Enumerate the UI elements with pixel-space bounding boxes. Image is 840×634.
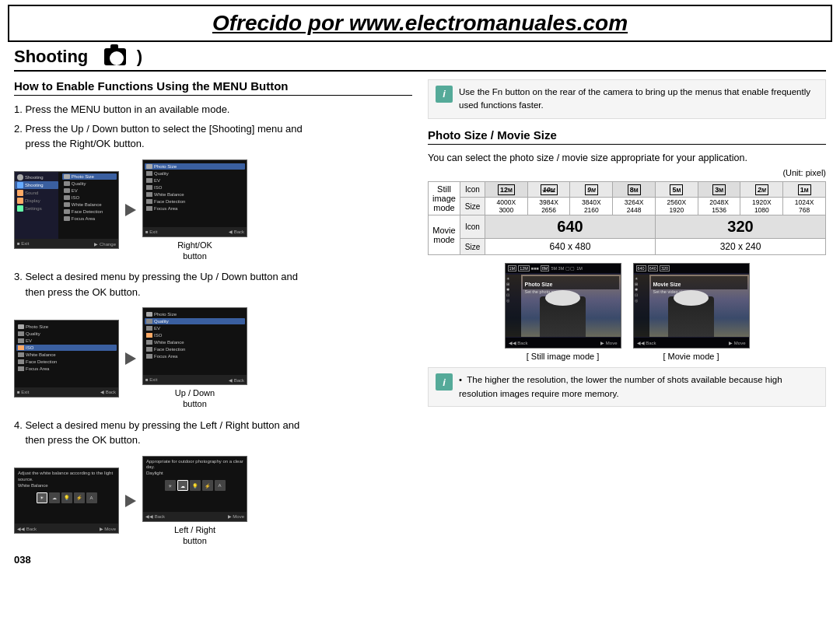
still-caption: [ Still image mode ] xyxy=(527,352,600,361)
still-size-row: Size 4000X3000 3984X2656 3840X2160 3264X… xyxy=(429,198,826,215)
size-table: Stillimagemode Icon 12M 10M 9M xyxy=(428,181,826,255)
step4-screen2: Appropriate for outdoor photography on a… xyxy=(142,456,247,522)
step4-label-group: Appropriate for outdoor photography on a… xyxy=(142,456,247,547)
left-col: How to Enable Functions Using the MENU B… xyxy=(14,79,412,566)
page-title: Shooting ) xyxy=(14,47,826,72)
step3-screen1: Photo Size Quality EV xyxy=(14,320,119,398)
still-size-label: Size xyxy=(460,198,485,215)
size-2560: 2560X1920 xyxy=(655,198,698,215)
note1-box: i Use the Fn button on the rear of the c… xyxy=(428,79,826,119)
header-banner: Ofrecido por www.electromanuales.com xyxy=(8,5,832,42)
page-content: Shooting ) How to Enable Functions Using… xyxy=(0,47,840,573)
movie-size-320: 320 x 240 xyxy=(655,239,825,255)
size-3840: 3840X2160 xyxy=(570,198,613,215)
step4-arrow xyxy=(125,495,136,507)
steps-list: 1. Press the MENU button in an available… xyxy=(14,102,412,152)
step-3: 3. Select a desired menu by pressing the… xyxy=(14,269,412,299)
step-4: 4. Select a desired menu by pressing the… xyxy=(14,418,412,448)
step4-screen1: Adjust the white balance according to th… xyxy=(14,468,119,534)
size-4000: 4000X3000 xyxy=(485,198,527,215)
unit-label: (Unit: pixel) xyxy=(428,168,826,177)
icon-5m: 5M xyxy=(655,182,698,198)
steps-list-3: 4. Select a desired menu by pressing the… xyxy=(14,418,412,448)
note2-box: i • The higher the resolution, the lower… xyxy=(428,367,826,407)
note2-icon: i xyxy=(436,373,453,391)
step2-screenshots: Shooting Shooting Sound xyxy=(14,159,412,262)
step3-label-group: Photo Size Quality EV xyxy=(142,307,247,410)
icon-9m: 9M xyxy=(570,182,613,198)
still-icon-row: Stillimagemode Icon 12M 10M 9M xyxy=(429,182,826,198)
movie-caption: [ Movie mode ] xyxy=(663,352,719,361)
size-3984: 3984X2656 xyxy=(527,198,570,215)
note2-content: The higher the resolution, the lower the… xyxy=(459,375,782,398)
icon-10m: 10M xyxy=(527,182,570,198)
camera-icon xyxy=(104,48,126,65)
right-col: i Use the Fn button on the rear of the c… xyxy=(428,79,826,566)
note2-bullet: • xyxy=(459,375,462,384)
movie-size-label: Size xyxy=(460,239,485,255)
page-number: 038 xyxy=(14,554,412,566)
main-two-col: How to Enable Functions Using the MENU B… xyxy=(14,79,826,566)
size-1024: 1024X768 xyxy=(783,198,826,215)
step2-label-group: Photo Size Quality EV xyxy=(142,159,247,262)
movie-icon-row: Moviemode Icon 640 320 xyxy=(429,215,826,239)
note1-icon: i xyxy=(436,86,453,103)
size-intro: You can select the photo size / movie si… xyxy=(428,151,826,166)
step2-screen2: Photo Size Quality EV xyxy=(142,159,247,237)
still-mode-label: Stillimagemode xyxy=(429,182,460,215)
movie-icon-320: 320 xyxy=(655,215,825,239)
step4-screenshots: Adjust the white balance according to th… xyxy=(14,456,412,547)
movie-size-row: Size 640 x 480 320 x 240 xyxy=(429,239,826,255)
preview-screenshots: 1M 12M ■■■ 8M 5M 3M ▢▢ 1M xyxy=(428,263,826,361)
still-icon-label: Icon xyxy=(460,182,485,198)
movie-icon-640: 640 xyxy=(485,215,655,239)
size-3264: 3264X2448 xyxy=(613,198,656,215)
shooting-title-paren: ) xyxy=(132,47,142,67)
step3-arrow xyxy=(125,352,136,365)
note2-text: • The higher the resolution, the lower t… xyxy=(459,373,818,401)
step4-label: Left / Rightbutton xyxy=(173,524,216,547)
step3-screen2: Photo Size Quality EV xyxy=(142,307,247,385)
icon-1m: 1M xyxy=(783,182,826,198)
still-preview-screen: 1M 12M ■■■ 8M 5M 3M ▢▢ 1M xyxy=(505,263,621,349)
right-section-heading: Photo Size / Movie Size xyxy=(428,128,826,145)
steps-list-2: 3. Select a desired menu by pressing the… xyxy=(14,269,412,299)
step2-arrow xyxy=(125,204,136,216)
step3-screenshots: Photo Size Quality EV xyxy=(14,307,412,410)
step-2: 2. Press the Up / Down button to select … xyxy=(14,121,412,152)
icon-3m: 3M xyxy=(698,182,740,198)
movie-size-640: 640 x 480 xyxy=(485,239,655,255)
icon-12m: 12M xyxy=(485,182,527,198)
movie-mode-label: Moviemode xyxy=(429,215,460,255)
note1-text: Use the Fn button on the rear of the cam… xyxy=(459,86,818,113)
still-preview-item: 1M 12M ■■■ 8M 5M 3M ▢▢ 1M xyxy=(505,263,621,361)
movie-preview-screen: 640 640 320 ☀ xyxy=(633,263,750,349)
size-1920: 1920X1080 xyxy=(740,198,783,215)
step-1: 1. Press the MENU button in an available… xyxy=(14,102,412,117)
movie-icon-label: Icon xyxy=(460,215,485,239)
step3-label: Up / Downbutton xyxy=(173,387,216,410)
step2-screen1: Shooting Shooting Sound xyxy=(14,171,119,249)
movie-preview-item: 640 640 320 ☀ xyxy=(633,263,750,361)
left-section-heading: How to Enable Functions Using the MENU B… xyxy=(14,79,412,96)
step2-label: Right/OKbutton xyxy=(173,240,216,262)
size-2048: 2048X1536 xyxy=(698,198,740,215)
shooting-title-text: Shooting xyxy=(14,47,98,67)
banner-title: Ofrecido por www.electromanuales.com xyxy=(9,11,831,36)
icon-2m: 2M xyxy=(740,182,783,198)
icon-8m: 8M xyxy=(613,182,656,198)
